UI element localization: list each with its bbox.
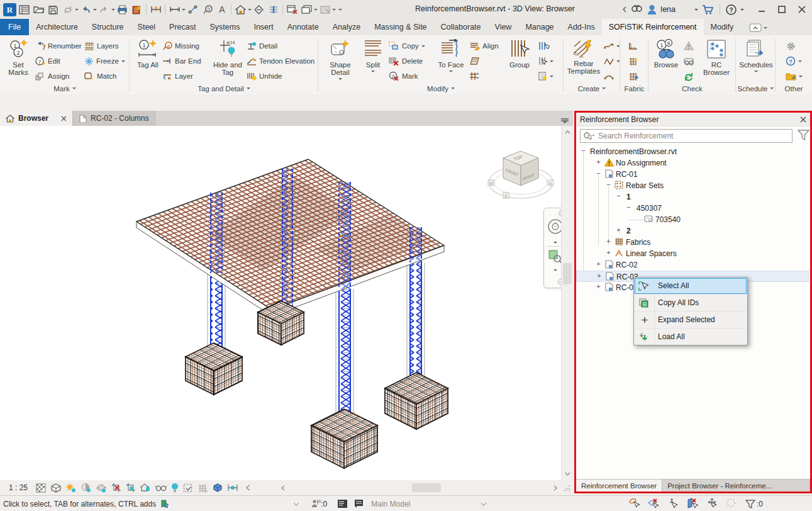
freeze-caret-icon[interactable] <box>121 60 125 64</box>
revit-logo[interactable]: R <box>3 2 17 17</box>
search-input[interactable] <box>597 131 792 141</box>
panel-label-tag-detail[interactable]: Tag and Detail <box>130 84 318 93</box>
horizontal-scroll-thumb[interactable] <box>412 483 441 492</box>
design-option-select[interactable]: Main Model <box>371 500 410 508</box>
shape-detail-button[interactable]: Shape Detail <box>323 38 357 84</box>
align-button[interactable]: Align <box>469 39 499 53</box>
unhide-button[interactable]: Unhide <box>247 69 282 83</box>
scroll-left-icon[interactable] <box>278 483 288 493</box>
expander-icon[interactable]: + <box>605 249 612 256</box>
expander-icon[interactable]: + <box>605 237 612 245</box>
reveal-hidden-elements-icon[interactable] <box>171 483 179 493</box>
missing-button[interactable]: 8 Missing <box>162 39 199 53</box>
tree-item-fabrics[interactable]: + Fabrics <box>576 237 809 248</box>
user-interface-icon[interactable] <box>318 2 332 17</box>
view-tab-overflow-icon[interactable] <box>560 118 569 123</box>
3d-model[interactable]: W S E TOP FRONT RIGHT <box>0 126 562 480</box>
spot-elevation-icon[interactable] <box>186 2 200 17</box>
footing-rebar-cage-right[interactable] <box>385 373 448 429</box>
detail-level-icon[interactable] <box>36 483 47 493</box>
signed-in-user[interactable]: lena <box>660 5 676 14</box>
rc-browser-button[interactable]: RC Browser <box>700 38 733 84</box>
horizontal-scrollbar[interactable] <box>277 481 562 495</box>
default-3d-view-icon[interactable] <box>233 2 248 17</box>
group-doc-icon[interactable] <box>538 69 553 83</box>
to-face-caret-icon[interactable] <box>449 70 453 74</box>
expander-icon[interactable]: + <box>595 158 602 166</box>
other-help-caret-icon[interactable] <box>798 60 802 64</box>
scroll-down-icon[interactable] <box>562 469 572 479</box>
tab-view[interactable]: View <box>488 19 519 35</box>
section-icon[interactable] <box>252 2 266 17</box>
tab-structure[interactable]: Structure <box>85 19 131 35</box>
tree-item-rc-01[interactable]: − RC-01 <box>576 169 809 180</box>
tree-item-set-2[interactable]: + 2 <box>576 225 809 237</box>
footing-rebar-cage-front[interactable] <box>311 409 377 468</box>
scroll-up-icon[interactable] <box>562 127 572 137</box>
user-menu-caret-icon[interactable] <box>694 9 698 13</box>
lock-3d-view-icon[interactable] <box>140 483 151 493</box>
aligned-dimension-icon[interactable] <box>167 2 182 17</box>
check-glasses-icon[interactable] <box>684 54 694 68</box>
redo-icon[interactable] <box>97 2 111 17</box>
panel-label-mark[interactable]: Mark <box>0 84 130 93</box>
polyline-rebar-icon[interactable] <box>604 54 620 68</box>
menu-item-select-all[interactable]: Select All <box>634 278 747 295</box>
align-grid-icon[interactable] <box>469 69 479 83</box>
renumber-button[interactable]: 7 Renumber <box>35 39 82 53</box>
drawing-area[interactable]: W S E TOP FRONT RIGHT <box>0 126 573 480</box>
layers-button[interactable]: Layers <box>84 39 119 53</box>
fabric-load-icon[interactable] <box>628 69 638 83</box>
group-doc-caret-icon[interactable] <box>550 76 553 79</box>
set-marks-button[interactable]: 12 Set Marks <box>4 38 33 84</box>
check-refresh-icon[interactable] <box>684 69 694 83</box>
expander-icon[interactable]: + <box>596 272 603 279</box>
tab-file[interactable]: File <box>0 19 29 35</box>
app-store-cart-icon[interactable] <box>702 4 714 15</box>
other-tools-caret-icon[interactable] <box>799 76 803 79</box>
tendon-elevation-button[interactable]: Tendon Elevation <box>247 54 314 68</box>
filter-funnel-icon[interactable] <box>798 130 809 140</box>
copy-caret-icon[interactable] <box>421 45 425 49</box>
select-elements-by-face-icon[interactable] <box>687 498 701 510</box>
expander-icon[interactable]: − <box>595 169 602 177</box>
tab-manage[interactable]: Manage <box>518 19 560 35</box>
render-icon[interactable] <box>96 483 107 493</box>
split-caret-icon[interactable] <box>371 70 375 74</box>
tree-item-rebar-sets[interactable]: − Rebar Sets <box>576 180 809 191</box>
group-select-mode-icon[interactable] <box>538 54 553 68</box>
align-plane-icon[interactable] <box>469 54 480 68</box>
panel-label-other[interactable]: Other <box>776 84 812 93</box>
tree-item-project-root[interactable]: − ReinforcementBrowser.rvt <box>576 146 809 157</box>
schedules-button[interactable]: Schedules <box>740 38 772 84</box>
delete-mark-button[interactable]: 2 Mark <box>389 69 418 83</box>
expander-icon[interactable]: + <box>615 226 622 233</box>
tab-systems[interactable]: Systems <box>203 19 247 35</box>
sync-icon[interactable] <box>60 2 75 17</box>
tab-analyze[interactable]: Analyze <box>326 19 367 35</box>
tab-annotate[interactable]: Annotate <box>281 19 326 35</box>
expander-icon[interactable]: − <box>580 147 587 154</box>
menu-item-expand-selected[interactable]: Expand Selected <box>634 312 747 328</box>
bar-end-button[interactable]: Bar End <box>162 54 201 68</box>
vcb-collapse-icon[interactable] <box>245 485 250 491</box>
panel-label-modify[interactable]: Modify <box>318 84 564 93</box>
help-caret-icon[interactable] <box>740 9 744 13</box>
close-inactive-windows-icon[interactable] <box>285 2 299 17</box>
expander-icon[interactable]: − <box>615 192 622 199</box>
undo-icon[interactable] <box>79 2 93 17</box>
tab-precast[interactable]: Precast <box>162 19 203 35</box>
view-tab-browser[interactable]: Browser <box>0 111 73 126</box>
delete-button[interactable]: Delete <box>389 54 423 68</box>
wheel-caret-icon[interactable] <box>553 242 557 245</box>
zoom-tool-icon[interactable] <box>548 250 562 264</box>
view-cube[interactable]: W S E TOP FRONT RIGHT <box>488 151 553 198</box>
ribbon-display-caret-icon[interactable] <box>764 27 767 31</box>
selection-filter[interactable]: :0 <box>745 500 763 508</box>
switch-windows-icon[interactable] <box>299 2 314 17</box>
schedules-caret-icon[interactable] <box>754 70 758 74</box>
expander-icon[interactable]: − <box>605 181 612 188</box>
shape-detail-caret-icon[interactable] <box>338 78 342 82</box>
tree-item-no-assignment[interactable]: + No Assignment <box>576 157 809 169</box>
design-option-caret-icon[interactable] <box>481 502 487 506</box>
